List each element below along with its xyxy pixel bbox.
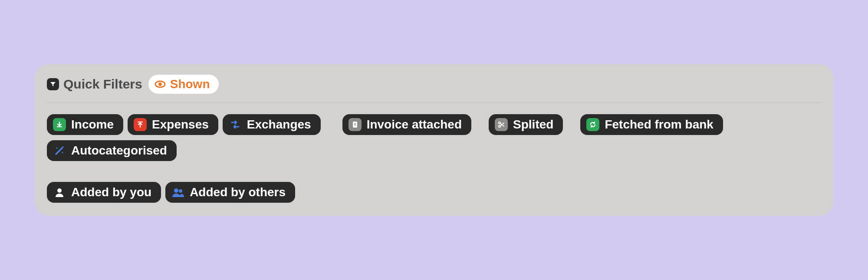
quick-filters-header: Quick Filters Shown bbox=[47, 75, 821, 103]
svg-point-9 bbox=[62, 152, 63, 153]
chip-label: Splited bbox=[513, 118, 553, 132]
filter-chip-income[interactable]: Income bbox=[47, 114, 123, 135]
quick-filters-title: Quick Filters bbox=[63, 77, 142, 92]
shown-label: Shown bbox=[170, 77, 210, 91]
eye-icon bbox=[155, 79, 166, 90]
svg-rect-4 bbox=[354, 125, 356, 125]
invoice-icon bbox=[349, 118, 362, 131]
chip-label: Expenses bbox=[152, 118, 209, 132]
chip-label: Added by you bbox=[71, 185, 151, 199]
arrow-down-icon bbox=[53, 118, 66, 131]
arrow-up-icon bbox=[134, 118, 147, 131]
chip-label: Fetched from bank bbox=[605, 118, 713, 132]
magic-wand-icon bbox=[53, 144, 66, 157]
filter-chip-expenses[interactable]: Expenses bbox=[128, 114, 218, 135]
svg-point-7 bbox=[62, 146, 64, 148]
filter-chip-invoice-attached[interactable]: Invoice attached bbox=[342, 114, 471, 135]
svg-point-10 bbox=[57, 188, 62, 193]
chip-label: Invoice attached bbox=[367, 118, 462, 132]
svg-rect-3 bbox=[354, 123, 356, 124]
svg-point-8 bbox=[56, 148, 58, 149]
svg-point-12 bbox=[179, 189, 182, 193]
exchange-icon bbox=[229, 118, 242, 131]
chip-label: Exchanges bbox=[247, 118, 311, 132]
filter-chip-fetched-from-bank[interactable]: Fetched from bank bbox=[580, 114, 723, 135]
scissors-icon bbox=[495, 118, 508, 131]
refresh-icon bbox=[586, 118, 599, 131]
shown-toggle[interactable]: Shown bbox=[148, 75, 219, 94]
filter-chip-exchanges[interactable]: Exchanges bbox=[223, 114, 321, 135]
quick-filters-panel: Quick Filters Shown Income bbox=[35, 64, 833, 216]
filter-chip-added-by-you[interactable]: Added by you bbox=[47, 182, 161, 203]
svg-point-11 bbox=[174, 188, 178, 193]
svg-point-1 bbox=[158, 82, 162, 86]
user-icon bbox=[53, 186, 66, 199]
users-icon bbox=[171, 186, 184, 199]
filter-chip-added-by-others[interactable]: Added by others bbox=[165, 182, 295, 203]
filter-chips-row: Income Expenses Exchanges bbox=[47, 114, 821, 203]
chip-label: Added by others bbox=[190, 185, 286, 199]
chip-label: Autocategorised bbox=[71, 144, 167, 158]
filter-icon bbox=[47, 78, 59, 90]
filter-chip-splited[interactable]: Splited bbox=[489, 114, 563, 135]
filter-chip-autocategorised[interactable]: Autocategorised bbox=[47, 140, 177, 161]
chip-label: Income bbox=[71, 118, 114, 132]
